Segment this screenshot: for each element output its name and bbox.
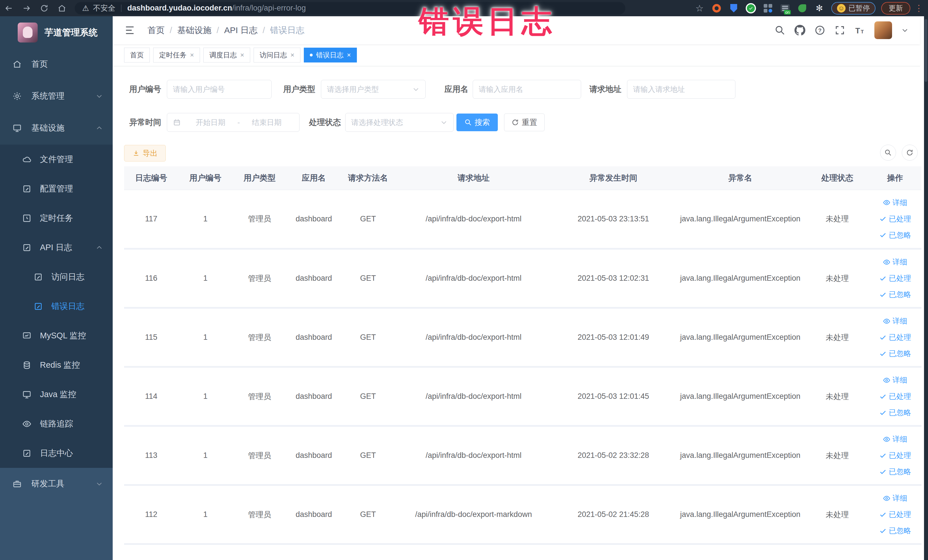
extension-icon[interactable] — [795, 2, 810, 15]
ignored-link[interactable]: 已忽略 — [879, 290, 911, 299]
tag-scheduled-tasks[interactable]: 定时任务 × — [153, 48, 200, 63]
back-icon[interactable] — [0, 0, 18, 16]
processed-link[interactable]: 已处理 — [879, 214, 911, 224]
detail-link[interactable]: 详细 — [883, 493, 907, 503]
update-button[interactable]: 更新 — [881, 2, 910, 15]
sidebar-item-label: 文件管理 — [40, 154, 73, 165]
tag-error-log[interactable]: 错误日志 × — [304, 48, 357, 63]
check-icon — [879, 231, 887, 239]
detail-link[interactable]: 详细 — [883, 198, 907, 208]
scrollbar[interactable] — [924, 16, 928, 560]
processed-link[interactable]: 已处理 — [879, 450, 911, 461]
sidebar-item-infrastructure[interactable]: 基础设施 — [0, 112, 113, 144]
close-icon[interactable]: × — [347, 52, 351, 58]
processed-link[interactable]: 已处理 — [879, 273, 911, 283]
extension-icon[interactable]: ✻ — [812, 2, 827, 15]
sidebar-item-log-center[interactable]: 日志中心 — [0, 438, 113, 468]
end-date-placeholder[interactable]: 结束日期 — [240, 117, 293, 128]
close-icon[interactable]: × — [240, 52, 244, 58]
reset-button[interactable]: 重置 — [504, 113, 545, 131]
cell-exception-time: 2021-05-02 21:45:28 — [552, 485, 675, 544]
search-icon[interactable] — [774, 25, 785, 36]
divider — [121, 5, 122, 12]
export-button[interactable]: 导出 — [124, 145, 166, 162]
sidebar-item-home[interactable]: 首页 — [0, 48, 113, 80]
app-logo[interactable]: 芋道管理系统 — [18, 23, 98, 43]
extension-icon[interactable] — [709, 2, 724, 15]
sidebar-item-trace[interactable]: 链路追踪 — [0, 409, 113, 438]
date-range-picker[interactable]: 开始日期 - 结束日期 — [167, 113, 299, 132]
request-url-input[interactable] — [627, 80, 736, 99]
sidebar-item-api-log[interactable]: API 日志 — [0, 233, 113, 262]
sidebar-item-label: API 日志 — [40, 242, 72, 253]
address-bar[interactable]: ⚠ 不安全 dashboard.yudao.iocoder.cn /infra/… — [75, 2, 625, 15]
detail-link[interactable]: 详细 — [883, 316, 907, 326]
scrollbar-thumb[interactable] — [925, 19, 927, 82]
detail-link[interactable]: 详细 — [883, 434, 907, 444]
breadcrumb-item[interactable]: 基础设施 — [177, 24, 211, 36]
ignored-link[interactable]: 已忽略 — [879, 526, 911, 536]
user-avatar[interactable] — [875, 21, 892, 39]
sidebar-item-file-management[interactable]: 文件管理 — [0, 145, 113, 174]
home-icon[interactable] — [53, 0, 71, 16]
sidebar-item-error-log[interactable]: 错误日志 — [0, 291, 113, 321]
sidebar-item-config-management[interactable]: 配置管理 — [0, 174, 113, 203]
check-icon — [879, 215, 887, 223]
hamburger-icon[interactable] — [124, 24, 136, 36]
bookmark-star-icon[interactable]: ☆ — [692, 3, 707, 14]
search-button[interactable]: 搜索 — [456, 113, 498, 131]
ignored-link[interactable]: 已忽略 — [879, 230, 911, 240]
process-status-label: 处理状态 — [305, 113, 341, 132]
help-icon[interactable] — [815, 25, 825, 36]
process-status-select[interactable]: 请选择处理状态 — [345, 113, 453, 132]
cell-user-type: 管理员 — [232, 249, 287, 308]
cell-status: 未处理 — [806, 249, 868, 308]
font-size-icon[interactable] — [855, 25, 865, 36]
ignored-link[interactable]: 已忽略 — [879, 349, 911, 359]
sidebar-item-redis-monitor[interactable]: Redis 监控 — [0, 350, 113, 380]
extension-icon[interactable] — [743, 2, 758, 15]
close-icon[interactable]: × — [190, 52, 194, 58]
breadcrumb-item[interactable]: 首页 — [148, 24, 165, 36]
extension-icon[interactable] — [760, 2, 775, 15]
tag-access-log[interactable]: 访问日志 × — [253, 48, 301, 63]
sidebar-item-dev-tools[interactable]: 研发工具 — [0, 468, 113, 500]
sidebar-item-scheduled-tasks[interactable]: 定时任务 — [0, 203, 113, 233]
sidebar-item-system-management[interactable]: 系统管理 — [0, 80, 113, 112]
app-name-input[interactable] — [473, 80, 581, 99]
sidebar-item-access-log[interactable]: 访问日志 — [0, 262, 113, 291]
start-date-placeholder[interactable]: 开始日期 — [184, 117, 237, 128]
processed-link[interactable]: 已处理 — [879, 333, 911, 342]
tag-home[interactable]: 首页 — [124, 48, 150, 63]
ignored-link[interactable]: 已忽略 — [879, 407, 911, 418]
breadcrumb-item[interactable]: API 日志 — [224, 24, 258, 36]
extension-icon[interactable] — [726, 2, 741, 15]
refresh-table-button[interactable] — [902, 145, 918, 160]
url-path: /infra/log/api-error-log — [232, 4, 306, 12]
processed-link[interactable]: 已处理 — [879, 391, 911, 401]
user-id-input[interactable] — [167, 80, 272, 99]
sidebar-item-mysql-monitor[interactable]: MySQL 监控 — [0, 321, 113, 350]
cell-app-name: dashboard — [287, 485, 341, 544]
forward-icon[interactable] — [18, 0, 35, 16]
chevron-down-icon[interactable] — [901, 26, 908, 34]
tag-dispatch-log[interactable]: 调度日志 × — [203, 48, 250, 63]
ignored-link[interactable]: 已忽略 — [879, 467, 911, 477]
user-type-select[interactable]: 请选择用户类型 — [321, 80, 426, 99]
github-icon[interactable] — [795, 25, 805, 36]
extension-icon[interactable]: on — [778, 2, 792, 15]
browser-menu-icon[interactable]: ⋮ — [913, 3, 925, 13]
detail-link[interactable]: 详细 — [883, 375, 907, 385]
close-icon[interactable]: × — [290, 52, 295, 58]
fullscreen-icon[interactable] — [835, 25, 845, 36]
sidebar-item-java-monitor[interactable]: Java 监控 — [0, 380, 113, 409]
security-label[interactable]: 不安全 — [93, 3, 115, 13]
paused-extension-pill[interactable]: ☺ 已暂停 — [831, 2, 876, 15]
toggle-search-button[interactable] — [880, 145, 896, 160]
sidebar-item-label: 错误日志 — [51, 301, 84, 312]
cell-user-id: 1 — [178, 249, 232, 308]
cell-status: 未处理 — [806, 426, 868, 485]
detail-link[interactable]: 详细 — [883, 257, 907, 267]
processed-link[interactable]: 已处理 — [879, 510, 911, 519]
reload-icon[interactable] — [35, 0, 53, 16]
